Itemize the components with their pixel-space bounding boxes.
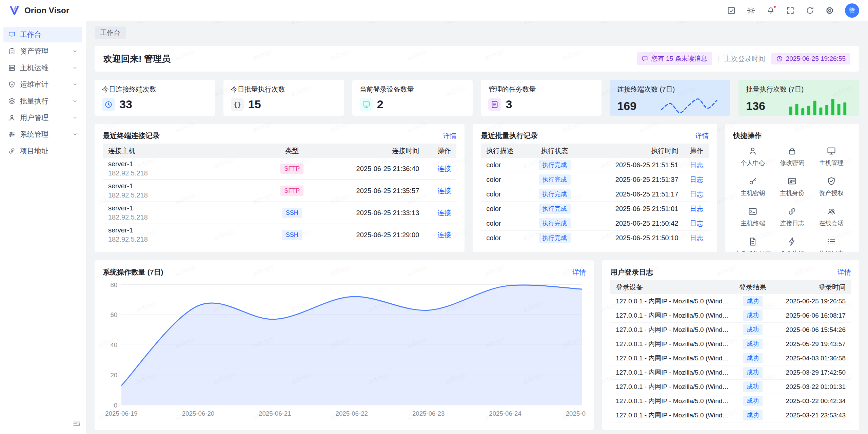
sidebar-item-project-url[interactable]: 项目地址 <box>3 143 82 159</box>
exec-records-detail-link[interactable]: 详情 <box>695 131 709 140</box>
monitor-icon <box>360 98 373 111</box>
quick-action-file-log[interactable]: 文件操作日志 <box>733 237 773 252</box>
lock-icon <box>787 146 797 156</box>
svg-text:2025-06-24: 2025-06-24 <box>489 410 521 417</box>
stat-value: 15 <box>248 98 261 111</box>
stat-value: 33 <box>119 98 132 111</box>
settings-gear-icon[interactable] <box>825 6 834 15</box>
login-time: 2025-06-06 15:54:26 <box>771 326 851 334</box>
svg-text:60: 60 <box>110 311 117 318</box>
terminal-records-detail-link[interactable]: 详情 <box>443 131 456 140</box>
sidebar-item-label: 资产管理 <box>20 46 68 56</box>
user-icon <box>748 146 757 156</box>
log-link[interactable]: 日志 <box>690 161 704 169</box>
check-square-icon[interactable] <box>727 6 736 15</box>
login-logs-detail-link[interactable]: 详情 <box>837 268 851 277</box>
log-link[interactable]: 日志 <box>690 220 704 227</box>
sidebar-item-label: 用户管理 <box>20 113 68 122</box>
stat-label: 连接终端次数 (7日) <box>617 85 723 94</box>
breadcrumb-workbench[interactable]: 工作台 <box>95 26 126 39</box>
quick-action-exec-log[interactable]: 执行日志 <box>812 237 851 252</box>
exec-desc: color <box>481 220 526 227</box>
login-result-tag: 成功 <box>743 367 763 377</box>
table-row: server-1 182.92.5.218 SFTP 2025-06-25 21… <box>103 158 456 180</box>
connect-link[interactable]: 连接 <box>437 165 451 172</box>
stat-card-terminal-7d: 连接终端次数 (7日) 169 <box>610 80 730 116</box>
exec-time: 2025-06-25 21:50:10 <box>584 234 678 242</box>
login-result-tag: 成功 <box>743 296 763 306</box>
exec-time: 2025-06-25 21:51:01 <box>584 205 678 213</box>
quick-action-host-manage[interactable]: 主机管理 <box>812 146 851 167</box>
card-title: 最近批量执行记录 <box>481 131 538 140</box>
quick-action-connect-log[interactable]: 连接日志 <box>772 207 812 227</box>
chart-title: 系统操作数量 (7日) <box>103 267 163 277</box>
log-link[interactable]: 日志 <box>690 176 704 183</box>
exec-time: 2025-06-25 21:51:37 <box>584 176 678 184</box>
sidebar-item-batch-exec[interactable]: 批量执行 <box>3 93 82 109</box>
host-name: server-1 <box>108 204 267 213</box>
quick-action-personal-center[interactable]: 个人中心 <box>733 146 773 167</box>
stat-label: 今日批量执行次数 <box>231 85 337 94</box>
notification-bell-icon[interactable] <box>766 6 775 15</box>
sidebar-item-workbench[interactable]: 工作台 <box>3 27 82 42</box>
quick-action-command-exec[interactable]: 命令执行 <box>772 237 812 252</box>
fullscreen-icon[interactable] <box>786 6 795 15</box>
unread-messages-badge[interactable]: 您有 15 条未读消息 <box>637 52 712 65</box>
log-link[interactable]: 日志 <box>690 205 704 212</box>
user-avatar[interactable]: 管 <box>845 3 859 18</box>
connect-link[interactable]: 连接 <box>437 209 451 216</box>
exec-desc: color <box>481 234 526 242</box>
terminal-icon <box>748 207 757 216</box>
task-file-icon <box>488 98 501 111</box>
exec-status-tag: 执行完成 <box>539 160 571 170</box>
table-header: 登录设备 登录结果 登录时间 <box>610 280 851 294</box>
sidebar-item-label: 工作台 <box>20 30 78 39</box>
login-result-tag: 成功 <box>743 381 763 392</box>
login-result-tag: 成功 <box>743 339 763 349</box>
quick-action-online-session[interactable]: 在线会话 <box>812 207 851 227</box>
login-logs-card: 用户登录日志 详情 登录设备 登录结果 登录时间 127.0.0.1 - 内网I… <box>602 260 859 430</box>
refresh-icon[interactable] <box>806 6 814 15</box>
host-name: server-1 <box>108 159 267 169</box>
theme-sun-icon[interactable] <box>747 6 755 15</box>
log-link[interactable]: 日志 <box>690 190 704 198</box>
sidebar-collapse-button[interactable] <box>72 419 81 430</box>
users-icon <box>827 207 836 216</box>
quick-action-host-terminal[interactable]: 主机终端 <box>733 207 773 227</box>
connect-link[interactable]: 连接 <box>437 187 451 194</box>
exec-desc: color <box>481 176 526 184</box>
log-link[interactable]: 日志 <box>690 234 704 242</box>
unread-messages-text: 您有 15 条未读消息 <box>651 54 707 63</box>
svg-text:2025-06-21: 2025-06-21 <box>259 410 291 417</box>
connect-link[interactable]: 连接 <box>437 231 451 239</box>
system-chart-card: 系统操作数量 (7日) 详情 0204060802025-06-192025-0… <box>95 260 594 430</box>
sidebar-item-users[interactable]: 用户管理 <box>3 110 82 126</box>
last-login-time: 2025-06-25 19:26:55 <box>786 55 846 62</box>
login-time: 2025-03-22 00:42:34 <box>771 397 851 405</box>
quick-action-asset-grant[interactable]: 资产授权 <box>812 176 851 197</box>
login-time: 2025-03-22 01:01:31 <box>771 383 851 391</box>
sidebar-item-assets[interactable]: 资产管理 <box>3 43 82 59</box>
sidebar-item-host-ops[interactable]: 主机运维 <box>3 60 82 76</box>
app-header: Orion Visor 管 <box>0 0 868 21</box>
system-chart-detail-link[interactable]: 详情 <box>572 268 586 277</box>
table-row: 127.0.0.1 - 内网IP - Mozilla/5.0 (Windows … <box>610 323 851 337</box>
quick-action-host-key[interactable]: 主机密钥 <box>733 176 773 197</box>
host-name: server-1 <box>108 226 267 235</box>
table-row: color 执行完成 2025-06-25 21:50:10 日志 <box>481 231 709 245</box>
quick-action-host-identity[interactable]: 主机身份 <box>772 176 812 197</box>
terminal-7d-sparkline <box>655 97 723 115</box>
sidebar-item-system[interactable]: 系统管理 <box>3 127 82 142</box>
connect-time: 2025-06-25 21:33:13 <box>317 209 419 217</box>
login-result-tag: 成功 <box>743 396 763 406</box>
login-device: 127.0.0.1 - 内网IP - Mozilla/5.0 (Windows … <box>610 368 734 377</box>
table-row: 127.0.0.1 - 内网IP - Mozilla/5.0 (Windows … <box>610 337 851 351</box>
quick-action-change-password[interactable]: 修改密码 <box>772 146 812 167</box>
sidebar-item-label: 系统管理 <box>20 130 68 139</box>
sliders-icon <box>8 131 16 138</box>
table-row: color 执行完成 2025-06-25 21:51:01 日志 <box>481 202 709 216</box>
stat-value: 3 <box>506 98 512 111</box>
sidebar-item-audit[interactable]: 运维审计 <box>3 77 82 92</box>
last-login-time-badge: 2025-06-25 19:26:55 <box>771 53 850 64</box>
exec-desc: color <box>481 190 526 198</box>
